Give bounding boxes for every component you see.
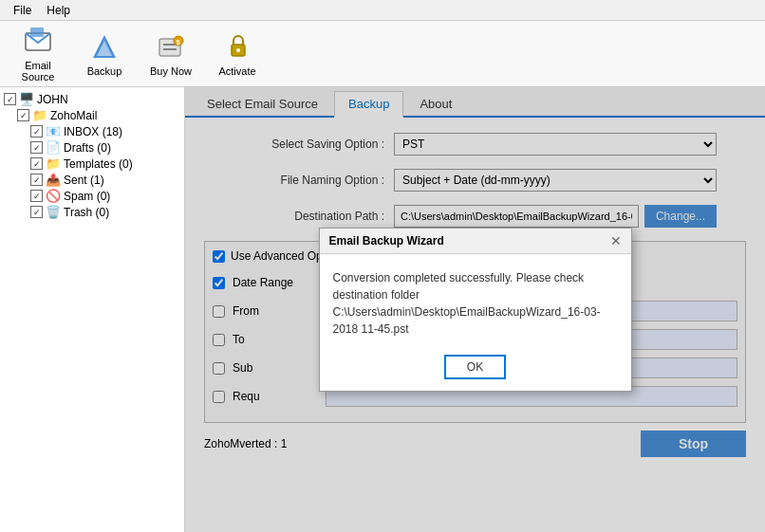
svg-text:$: $ bbox=[177, 37, 181, 46]
tree-root[interactable]: 🖥️ JOHN bbox=[4, 91, 180, 107]
root-folder-icon: 🖥️ bbox=[19, 92, 34, 106]
menu-file[interactable]: File bbox=[6, 2, 39, 19]
buy-now-label: Buy Now bbox=[150, 65, 192, 77]
tree-spam[interactable]: 🚫 Spam (0) bbox=[30, 188, 180, 204]
drafts-label: Drafts (0) bbox=[64, 141, 111, 155]
spam-icon: 🚫 bbox=[46, 189, 61, 203]
menu-help[interactable]: Help bbox=[39, 2, 78, 19]
dialog-message-line2: C:\Users\admin\Desktop\EmailBackupWizard… bbox=[333, 305, 601, 336]
email-source-button[interactable]: Email Source bbox=[9, 26, 66, 83]
sent-icon: 📤 bbox=[46, 173, 61, 187]
toolbar: Email Source Backup $ Buy Now bbox=[0, 21, 765, 87]
backup-button[interactable]: Backup bbox=[76, 26, 133, 83]
backup-icon bbox=[89, 31, 120, 62]
templates-checkbox[interactable] bbox=[30, 157, 43, 170]
email-source-icon bbox=[23, 26, 53, 56]
backup-label: Backup bbox=[87, 65, 122, 77]
tree-drafts[interactable]: 📄 Drafts (0) bbox=[30, 139, 180, 156]
buy-now-button[interactable]: $ Buy Now bbox=[142, 26, 199, 83]
zohomail-label: ZohoMail bbox=[50, 109, 97, 122]
spam-label: Spam (0) bbox=[64, 190, 110, 203]
menu-bar: File Help bbox=[0, 0, 765, 21]
tree-zohomail[interactable]: 📁 ZohoMail bbox=[17, 107, 180, 123]
drafts-checkbox[interactable] bbox=[30, 141, 43, 154]
dialog-box: Email Backup Wizard ✕ Conversion complet… bbox=[319, 228, 632, 392]
dialog-overlay: Email Backup Wizard ✕ Conversion complet… bbox=[185, 87, 765, 532]
dialog-title: Email Backup Wizard bbox=[329, 234, 444, 248]
sent-label: Sent (1) bbox=[64, 174, 104, 187]
templates-label: Templates (0) bbox=[64, 157, 133, 171]
email-source-label: Email Source bbox=[9, 60, 66, 83]
zohomail-checkbox[interactable] bbox=[17, 109, 29, 121]
dialog-footer: OK bbox=[320, 347, 631, 391]
dialog-close-button[interactable]: ✕ bbox=[610, 234, 622, 248]
trash-label: Trash (0) bbox=[64, 206, 109, 219]
root-label: JOHN bbox=[37, 93, 68, 106]
tree-sent[interactable]: 📤 Sent (1) bbox=[30, 172, 180, 188]
inbox-checkbox[interactable] bbox=[30, 125, 43, 138]
inbox-label: INBOX (18) bbox=[64, 125, 122, 138]
spam-checkbox[interactable] bbox=[30, 190, 43, 202]
drafts-icon: 📄 bbox=[46, 140, 61, 155]
activate-icon bbox=[222, 31, 252, 62]
activate-button[interactable]: Activate bbox=[209, 26, 266, 83]
dialog-title-bar: Email Backup Wizard ✕ bbox=[320, 229, 631, 254]
sent-checkbox[interactable] bbox=[30, 174, 43, 186]
templates-icon: 📁 bbox=[46, 156, 61, 171]
sidebar: 🖥️ JOHN 📁 ZohoMail 📧 INBOX (18) 📄 Drafts… bbox=[0, 87, 185, 532]
dialog-ok-button[interactable]: OK bbox=[444, 355, 506, 379]
svg-point-10 bbox=[236, 48, 240, 52]
activate-label: Activate bbox=[218, 65, 255, 77]
main-layout: 🖥️ JOHN 📁 ZohoMail 📧 INBOX (18) 📄 Drafts… bbox=[0, 87, 765, 532]
tree-inbox[interactable]: 📧 INBOX (18) bbox=[30, 123, 180, 139]
content-area: Select Email Source Backup About Select … bbox=[185, 87, 765, 532]
trash-checkbox[interactable] bbox=[30, 206, 43, 218]
buy-now-icon: $ bbox=[156, 31, 186, 62]
trash-icon: 🗑️ bbox=[46, 205, 61, 219]
dialog-message-line1: Conversion completed successfully. Pleas… bbox=[333, 271, 585, 302]
svg-rect-1 bbox=[30, 28, 44, 37]
tree-templates[interactable]: 📁 Templates (0) bbox=[30, 156, 180, 172]
dialog-body: Conversion completed successfully. Pleas… bbox=[320, 254, 631, 347]
tree-trash[interactable]: 🗑️ Trash (0) bbox=[30, 204, 180, 220]
inbox-icon: 📧 bbox=[46, 124, 61, 138]
root-checkbox[interactable] bbox=[4, 93, 16, 105]
zohomail-folder-icon: 📁 bbox=[32, 108, 47, 122]
